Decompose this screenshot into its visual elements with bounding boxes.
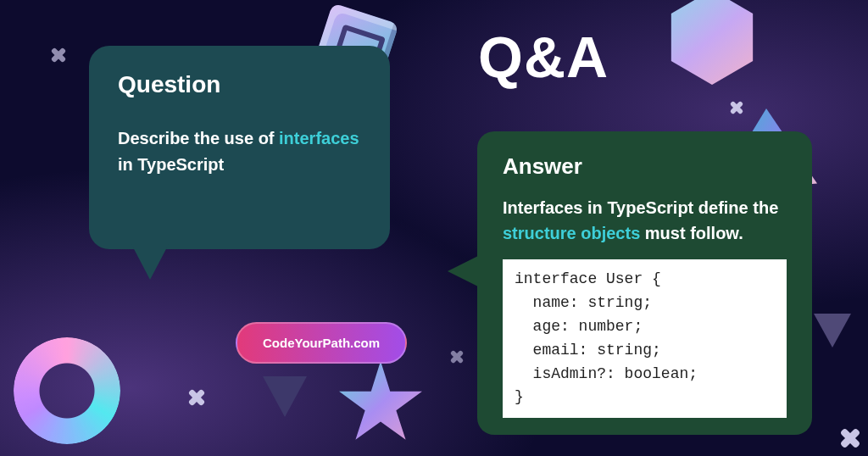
sparkle-x-icon <box>729 100 744 115</box>
triangle-icon <box>814 314 851 348</box>
question-speech-tail <box>131 244 169 280</box>
answer-highlight: structure objects <box>503 224 640 242</box>
answer-prefix: Interfaces in TypeScript define the <box>503 198 778 217</box>
question-body: Describe the use of interfaces in TypeSc… <box>118 125 361 178</box>
sparkle-x-icon <box>449 349 465 364</box>
question-suffix: in TypeScript <box>118 155 224 174</box>
triangle-down-icon <box>263 376 307 417</box>
answer-heading: Answer <box>503 153 787 180</box>
question-heading: Question <box>118 71 361 98</box>
question-prefix: Describe the use of <box>118 129 279 147</box>
answer-card: Answer Interfaces in TypeScript define t… <box>477 131 812 435</box>
answer-speech-tail <box>448 254 481 288</box>
icosahedron-shape <box>665 0 760 85</box>
sparkle-x-icon <box>50 47 67 64</box>
code-snippet: interface User { name: string; age: numb… <box>503 259 787 418</box>
answer-suffix: must follow. <box>640 224 743 242</box>
question-highlight: interfaces <box>279 129 359 147</box>
torus-shape <box>14 337 120 444</box>
question-card: Question Describe the use of interfaces … <box>89 46 390 249</box>
qa-heading: Q&A <box>478 24 609 90</box>
sparkle-x-icon <box>187 388 206 407</box>
sparkle-x-icon <box>839 427 861 449</box>
answer-body: Interfaces in TypeScript define the stru… <box>503 195 787 246</box>
brand-badge: CodeYourPath.com <box>236 322 407 364</box>
star-shape <box>337 361 424 448</box>
